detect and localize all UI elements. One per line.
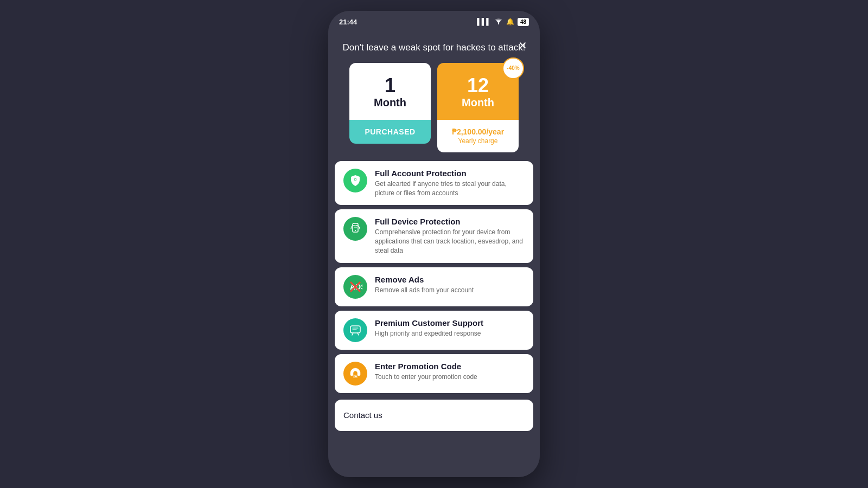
contact-us-item[interactable]: Contact us bbox=[335, 400, 533, 431]
plan-monthly-label: Month bbox=[374, 97, 406, 109]
remove-ads-icon: ADS bbox=[343, 275, 367, 299]
feature-promotion-code-text: Enter Promotion Code Touch to enter your… bbox=[375, 362, 525, 382]
svg-point-0 bbox=[498, 23, 499, 24]
plan-card-monthly[interactable]: 1 Month PURCHASED bbox=[349, 63, 431, 152]
full-account-protection-icon bbox=[343, 169, 367, 192]
svg-point-3 bbox=[355, 178, 356, 180]
plan-yearly-bottom: ₱2,100.00/year Yearly charge bbox=[437, 120, 519, 152]
feature-full-account-protection: Full Account Protection Get alearted if … bbox=[335, 161, 533, 206]
feature-full-device-protection: Full Device Protection Comprehensive pro… bbox=[335, 209, 533, 262]
close-button[interactable]: ✕ bbox=[514, 37, 531, 54]
plan-cards-row: 1 Month PURCHASED -40% 12 Month ₱2,100.0… bbox=[328, 63, 540, 161]
full-device-protection-icon bbox=[343, 217, 367, 241]
feature-full-device-desc: Comprehensive protection for your device… bbox=[375, 228, 525, 255]
status-icons: ▌▌▌ 🔔 48 bbox=[477, 18, 529, 26]
contact-us-label: Contact us bbox=[343, 410, 382, 420]
discount-badge: -40% bbox=[502, 57, 524, 79]
wifi-icon bbox=[494, 18, 503, 26]
plan-monthly-purchased: PURCHASED bbox=[349, 120, 431, 144]
features-list: Full Account Protection Get alearted if … bbox=[328, 161, 540, 400]
promotion-code-icon bbox=[343, 362, 367, 386]
plan-yearly-price: ₱2,100.00/year bbox=[444, 127, 512, 136]
plan-card-monthly-inner: 1 Month PURCHASED bbox=[349, 63, 431, 144]
feature-premium-support-desc: High priority and expedited response bbox=[375, 329, 525, 338]
feature-full-account-desc: Get alearted if anyone tries to steal yo… bbox=[375, 179, 525, 198]
feature-promotion-code[interactable]: Enter Promotion Code Touch to enter your… bbox=[335, 354, 533, 393]
plan-yearly-charge: Yearly charge bbox=[444, 137, 512, 145]
feature-remove-ads: ADS Remove Ads Remove all ads from your … bbox=[335, 267, 533, 306]
feature-full-device-text: Full Device Protection Comprehensive pro… bbox=[375, 217, 525, 255]
feature-remove-ads-desc: Remove all ads from your account bbox=[375, 286, 525, 295]
feature-premium-support-title: Premium Customer Support bbox=[375, 318, 525, 328]
feature-remove-ads-title: Remove Ads bbox=[375, 275, 525, 284]
svg-point-5 bbox=[355, 230, 356, 231]
feature-premium-support-text: Premium Customer Support High priority a… bbox=[375, 318, 525, 338]
status-bar: 21:44 ▌▌▌ 🔔 48 bbox=[328, 11, 540, 30]
phone-container: 21:44 ▌▌▌ 🔔 48 ✕ Don't leave a weak spot… bbox=[328, 11, 540, 477]
headline: Don't leave a weak spot for hackes to at… bbox=[328, 30, 540, 63]
battery-indicator: 48 bbox=[518, 18, 529, 26]
content-area: ✕ Don't leave a weak spot for hackes to … bbox=[328, 30, 540, 477]
bell-icon: 🔔 bbox=[506, 18, 514, 25]
plan-card-yearly[interactable]: -40% 12 Month ₱2,100.00/year Yearly char… bbox=[437, 63, 519, 152]
premium-support-icon bbox=[343, 318, 367, 342]
status-time: 21:44 bbox=[339, 18, 357, 26]
plan-card-monthly-top: 1 Month bbox=[349, 63, 431, 120]
feature-promotion-code-desc: Touch to enter your promotion code bbox=[375, 373, 525, 382]
feature-full-device-title: Full Device Protection bbox=[375, 217, 525, 226]
feature-premium-support: Premium Customer Support High priority a… bbox=[335, 311, 533, 350]
feature-full-account-text: Full Account Protection Get alearted if … bbox=[375, 169, 525, 198]
plan-yearly-label: Month bbox=[462, 97, 494, 109]
signal-icon: ▌▌▌ bbox=[477, 18, 491, 25]
feature-full-account-title: Full Account Protection bbox=[375, 169, 525, 178]
plan-monthly-number: 1 bbox=[385, 76, 395, 95]
plan-yearly-number: 12 bbox=[467, 76, 489, 95]
feature-remove-ads-text: Remove Ads Remove all ads from your acco… bbox=[375, 275, 525, 295]
feature-promotion-code-title: Enter Promotion Code bbox=[375, 362, 525, 371]
